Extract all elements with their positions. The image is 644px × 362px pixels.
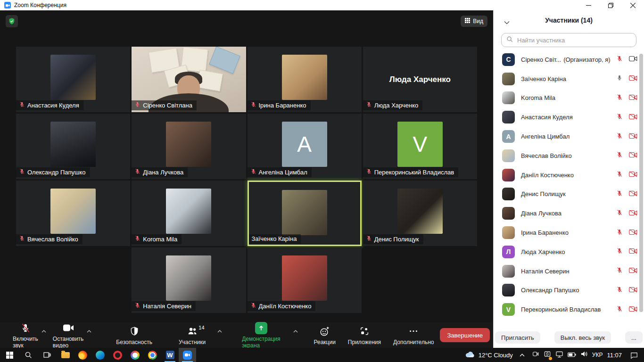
participant-name-label: Koroma Mila [132, 234, 182, 244]
battery-icon[interactable] [568, 351, 576, 359]
participant-name: Анастасия Куделя [521, 114, 573, 121]
search-box[interactable] [501, 33, 636, 47]
tray-expand-icon[interactable] [517, 348, 528, 362]
participant-photo [397, 189, 443, 234]
taskbar-clock[interactable]: 11:07 [607, 352, 622, 359]
participant-tile[interactable]: V Перекоринський Владислав [363, 114, 477, 179]
participant-name: Наталія Северин [521, 268, 570, 275]
toolbar-share-screen-button[interactable]: Демонстрация экрана [236, 322, 286, 349]
chrome-icon[interactable] [144, 348, 161, 362]
participant-row[interactable]: Заїченко Каріна [494, 69, 644, 89]
participant-tile[interactable]: Сіренко Світлана [132, 47, 246, 112]
grid-view-icon [465, 18, 470, 25]
participant-avatar [502, 188, 515, 200]
participant-row[interactable]: A Ангеліна Цимбал [494, 127, 644, 146]
participant-tile[interactable]: A Ангеліна Цимбал [248, 114, 362, 179]
panel-more-button[interactable]: ... [625, 331, 643, 344]
toolbar-label: Демонстрация экрана [242, 336, 280, 349]
camera-off-icon [629, 229, 637, 237]
close-button[interactable] [622, 0, 644, 10]
participant-avatar: Л [502, 246, 515, 258]
volume-icon[interactable] [580, 351, 588, 359]
keyboard-language[interactable]: УКР [592, 352, 603, 358]
participant-row[interactable]: Денис Полищук [494, 185, 644, 204]
sync-tray-icon[interactable] [544, 350, 551, 360]
meeting-area: Вид Анастасия Куделя Сіренко Сві [0, 10, 493, 348]
weather-text: 12°C Cloudy [479, 352, 513, 359]
muted-mic-icon [366, 235, 372, 243]
participant-photo [282, 255, 327, 301]
restore-button[interactable] [600, 0, 622, 10]
toolbar-apps-button[interactable]: Приложения [342, 325, 387, 346]
taskbar-search-icon[interactable] [19, 348, 38, 362]
more-icon [408, 325, 419, 337]
start-button[interactable] [0, 348, 19, 362]
participant-name-label: Ірина Бараненко [248, 100, 311, 110]
zoom-taskbar-icon[interactable] [179, 348, 196, 362]
muted-mic-icon [250, 168, 256, 176]
participant-name-label: Перекоринський Владислав [363, 167, 458, 177]
zoom-tray-icon[interactable] [532, 350, 539, 360]
toolbar-label: Участники [179, 339, 206, 346]
participant-avatar [502, 226, 515, 239]
participant-row[interactable]: V Перекоринський Владислав [494, 300, 644, 319]
participant-tile[interactable]: Люда Харченко Люда Харченко [363, 47, 477, 112]
security-verified-icon[interactable] [6, 15, 18, 27]
participant-row[interactable]: Наталія Северин [494, 262, 644, 281]
search-input[interactable] [516, 36, 631, 44]
mic-muted-icon [616, 55, 623, 64]
participant-row[interactable]: Олександр Папушко [494, 281, 644, 300]
file-explorer-icon[interactable] [57, 348, 74, 362]
end-meeting-button[interactable]: Завершение [440, 328, 490, 342]
participant-row[interactable]: C Сіренко Світ... (Организатор, я) [494, 50, 644, 69]
toolbar-security-button[interactable]: Безопасность [110, 325, 158, 346]
toolbar-unmute-button[interactable]: Включить звук [7, 322, 44, 349]
participant-tile[interactable]: Діана Лучкова [132, 114, 246, 179]
participant-tile[interactable]: Koroma Mila [132, 181, 246, 246]
meeting-toolbar: Включить звук Остановить видео Безопасно… [0, 322, 493, 348]
participant-tile[interactable]: Вячеслав Волійко [16, 181, 130, 246]
firefox-icon[interactable] [74, 348, 91, 362]
participant-tile[interactable]: Даніїл Костюченко [248, 247, 362, 313]
view-button[interactable]: Вид [461, 16, 487, 27]
task-view-icon[interactable] [38, 348, 57, 362]
participant-tile[interactable]: Анастасия Куделя [16, 47, 130, 112]
participant-name-label: Заїченко Каріна [249, 234, 301, 244]
toolbar-reactions-button[interactable]: Реакции [308, 325, 342, 346]
participant-name-label: Сіренко Світлана [132, 100, 197, 110]
network-icon[interactable] [555, 351, 563, 360]
action-center-icon[interactable] [626, 348, 642, 362]
camera-off-icon [629, 151, 637, 160]
participant-tile[interactable]: Олександр Папушко [16, 114, 130, 179]
participant-row[interactable]: Ірина Бараненко [494, 223, 644, 242]
chevron-up-icon[interactable] [293, 325, 298, 337]
chevron-up-icon[interactable] [217, 325, 222, 337]
participant-row[interactable]: Вячеслав Волійко [494, 146, 644, 165]
participant-tile[interactable]: Денис Полищук [363, 181, 477, 246]
participant-name: Денис Полищук [521, 190, 566, 197]
word-icon[interactable]: W [161, 348, 179, 362]
participant-tile[interactable]: Ірина Бараненко [248, 47, 362, 112]
participant-row[interactable]: Даніїл Костюченко [494, 165, 644, 185]
participant-name: Олександр Папушко [521, 287, 579, 294]
mute-all-button[interactable]: Выкл. весь звук [554, 331, 611, 344]
weather-widget[interactable]: 12°C Cloudy [465, 351, 513, 359]
participant-row[interactable]: Л Люда Харченко [494, 242, 644, 262]
participant-row[interactable]: Koroma Mila [494, 89, 644, 108]
chevron-down-icon[interactable] [504, 18, 510, 26]
opera-icon[interactable] [109, 348, 126, 362]
panel-scrollbar[interactable] [639, 54, 643, 312]
invite-button[interactable]: Пригласить [495, 331, 540, 344]
toolbar-participants-button[interactable]: 14 Участники [173, 325, 212, 346]
participant-photo [282, 190, 327, 235]
toolbar-stop-video-button[interactable]: Остановить видео [47, 322, 90, 349]
paint3d-icon[interactable] [126, 348, 144, 362]
participant-row[interactable]: Анастасия Куделя [494, 107, 644, 127]
participant-row[interactable]: Діана Лучкова [494, 204, 644, 223]
minimize-button[interactable] [578, 0, 600, 10]
participants-list: C Сіренко Світ... (Организатор, я) Заїче… [494, 50, 644, 319]
participant-tile[interactable]: Наталія Северин [132, 247, 246, 313]
participant-tile[interactable]: Заїченко Каріна [248, 181, 362, 246]
edge-icon[interactable] [91, 348, 109, 362]
toolbar-more-button[interactable]: Дополнительно [387, 325, 440, 346]
